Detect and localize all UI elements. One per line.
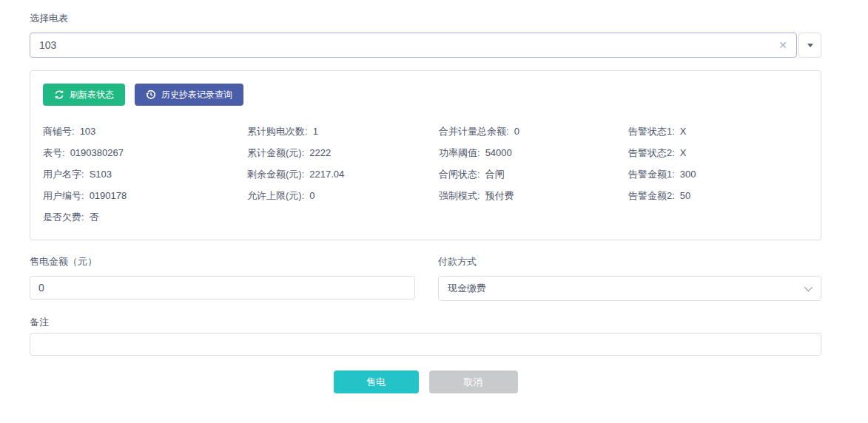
info-item-remaining-amount: 剩余金额(元) 2217.04 xyxy=(247,163,439,185)
sell-electricity-page: 选择电表 103 ✕ 刷新表状态 xyxy=(0,0,868,393)
info-column-1: 商铺号 103 表号 0190380267 用户名字 S103 用户编号 019… xyxy=(43,121,247,228)
info-item-meter-number: 表号 0190380267 xyxy=(43,142,247,163)
info-item-switch-state: 合闸状态 合闸 xyxy=(439,163,628,185)
refresh-meter-status-button[interactable]: 刷新表状态 xyxy=(43,84,125,106)
info-item-allowed-limit: 允许上限(元) 0 xyxy=(247,185,439,206)
meter-combobox-input[interactable]: 103 ✕ xyxy=(30,33,797,58)
info-item-power-threshold: 功率阈值 54000 xyxy=(439,142,628,163)
info-item-shop-number: 商铺号 103 xyxy=(43,121,247,142)
info-item-arrears: 是否欠费 否 xyxy=(43,206,247,228)
remark-input[interactable] xyxy=(30,333,821,356)
info-item-purchase-count: 累计购电次数 1 xyxy=(247,121,439,142)
payment-method-select[interactable]: 现金缴费 xyxy=(438,276,821,301)
dropdown-toggle-button[interactable] xyxy=(798,33,821,58)
refresh-button-label: 刷新表状态 xyxy=(70,89,114,101)
chevron-down-icon xyxy=(804,283,813,291)
select-meter-label: 选择电表 xyxy=(30,12,821,25)
meter-info-panel: 刷新表状态 历史抄表记录查询 商铺号 103 表号 019038026 xyxy=(30,70,821,240)
caret-down-icon xyxy=(807,44,813,47)
sale-amount-input[interactable] xyxy=(30,276,415,300)
info-item-alarm-amount-2: 告警金额2 50 xyxy=(628,185,808,206)
meter-combobox-value: 103 xyxy=(39,39,776,51)
info-item-merged-balance: 合并计量总余额 0 xyxy=(439,121,628,142)
panel-toolbar: 刷新表状态 历史抄表记录查询 xyxy=(43,84,808,106)
history-button-label: 历史抄表记录查询 xyxy=(161,89,232,101)
cancel-button[interactable]: 取消 xyxy=(429,370,518,393)
payment-method-field-group: 付款方式 现金缴费 xyxy=(438,255,821,301)
action-buttons: 售电 取消 xyxy=(30,370,821,393)
payment-method-label: 付款方式 xyxy=(438,255,821,268)
info-item-user-name: 用户名字 S103 xyxy=(43,163,247,185)
info-item-user-id: 用户编号 0190178 xyxy=(43,185,247,206)
clear-icon[interactable]: ✕ xyxy=(776,39,790,51)
history-records-button[interactable]: 历史抄表记录查询 xyxy=(135,84,243,106)
meter-info-grid: 商铺号 103 表号 0190380267 用户名字 S103 用户编号 019… xyxy=(43,121,808,228)
info-item-total-amount: 累计金额(元) 2222 xyxy=(247,142,439,163)
info-item-alarm-state-2: 告警状态2 X xyxy=(628,142,808,163)
info-item-alarm-amount-1: 告警金额1 300 xyxy=(628,163,808,185)
info-item-force-mode: 强制模式 预付费 xyxy=(439,185,628,206)
sale-amount-field-group: 售电金额（元） xyxy=(30,255,415,301)
info-column-2: 累计购电次数 1 累计金额(元) 2222 剩余金额(元) 2217.04 允许… xyxy=(247,121,439,228)
meter-combobox[interactable]: 103 ✕ xyxy=(30,33,821,58)
refresh-icon xyxy=(54,89,64,100)
sale-form-row: 售电金额（元） 付款方式 现金缴费 xyxy=(30,255,821,301)
sell-button[interactable]: 售电 xyxy=(334,370,419,393)
sale-amount-label: 售电金额（元） xyxy=(30,255,415,268)
history-icon xyxy=(146,89,156,100)
info-column-3: 合并计量总余额 0 功率阈值 54000 合闸状态 合闸 强制模式 预付费 xyxy=(439,121,628,228)
payment-method-value: 现金缴费 xyxy=(448,282,486,295)
info-column-4: 告警状态1 X 告警状态2 X 告警金额1 300 告警金额2 50 xyxy=(628,121,808,228)
remark-field-group: 备注 xyxy=(30,316,821,356)
info-item-alarm-state-1: 告警状态1 X xyxy=(628,121,808,142)
remark-label: 备注 xyxy=(30,316,821,329)
